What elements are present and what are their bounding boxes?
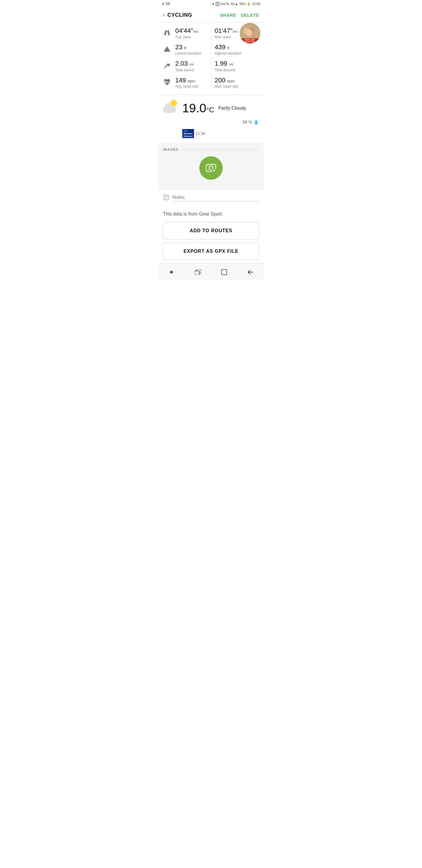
battery-level: 58%	[239, 2, 246, 6]
avatar: ENGLAND	[240, 23, 260, 43]
main-content: ENGLAND 04'44"/mi Avg. pace	[158, 23, 264, 263]
weather-time: 11:38	[196, 131, 205, 136]
status-do-not-disturb: ⊖	[162, 2, 165, 6]
status-left: ⊖ 58	[162, 2, 170, 6]
svg-point-3	[246, 29, 252, 36]
weather-humidity: 56 % 💧	[242, 119, 259, 125]
lowest-elev-text: 23 ft Lowest elevation	[175, 44, 201, 55]
stats-section: ENGLAND 04'44"/mi Avg. pace	[158, 23, 264, 93]
notes-input[interactable]	[172, 195, 259, 202]
weather-icon	[163, 100, 180, 116]
elevation-icon	[162, 44, 172, 54]
weather-temperature: 19.0°C	[182, 101, 214, 115]
max-pace-text: 01'47"/mi Max. pace	[215, 27, 238, 39]
battery-icon: 🔋	[247, 2, 251, 6]
total-descent-label: Total descent	[215, 68, 236, 72]
avg-pace-stat: 04'44"/mi Avg. pace	[158, 25, 211, 41]
max-pace-label: Max. pace	[215, 35, 238, 39]
avg-pace-label: Avg. pace	[175, 35, 198, 39]
total-descent-value: 1.99 mi	[215, 60, 236, 67]
svg-rect-23	[222, 270, 227, 275]
avg-pace-value: 04'44"/mi	[175, 27, 198, 34]
highest-elev-text: 439 ft Highest elevation	[215, 44, 242, 55]
images-label: IMAGES	[163, 148, 178, 152]
avg-pace-text: 04'44"/mi Avg. pace	[175, 27, 198, 39]
total-ascent-stat: 2.03 mi Total ascent	[158, 58, 211, 74]
notes-section	[158, 189, 264, 207]
total-ascent-text: 2.03 mi Total ascent	[175, 60, 194, 72]
avg-hr-stat: 149 bpm Avg. heart rate	[158, 74, 211, 91]
avg-hr-label: Avg. heart rate	[175, 85, 198, 89]
bluetooth-icon: ∗	[212, 2, 215, 6]
sun-icon	[170, 100, 177, 106]
clock: 22:06	[252, 2, 260, 6]
lowest-elev-value: 23 ft	[175, 44, 201, 51]
add-to-routes-button[interactable]: ADD TO ROUTES	[163, 222, 259, 240]
lowest-elev-stat: 23 ft Lowest elevation	[158, 41, 211, 58]
pace-stats-row: ENGLAND 04'44"/mi Avg. pace	[158, 25, 264, 41]
elevation-stats-row: 23 ft Lowest elevation 439 ft Highest el…	[158, 41, 264, 58]
volte-icon: VoLTE	[221, 2, 229, 6]
total-ascent-label: Total ascent	[175, 68, 194, 72]
avg-hr-text: 149 bpm Avg. heart rate	[175, 77, 198, 89]
add-image-button[interactable]	[199, 156, 223, 180]
back-button[interactable]: ‹	[163, 11, 165, 19]
svg-text:ENGLAND: ENGLAND	[245, 40, 255, 42]
avg-hr-value: 149 bpm	[175, 77, 198, 84]
highest-elev-value: 439 ft	[215, 44, 242, 51]
images-section: IMAGES	[158, 143, 264, 189]
delete-button[interactable]: DELETE	[241, 12, 259, 18]
max-hr-text: 200 bpm Max. heart rate	[215, 77, 238, 89]
header-actions: SHARE DELETE	[220, 12, 259, 18]
ascent-icon	[162, 60, 172, 71]
nfc-icon: N	[216, 2, 220, 6]
cloud-body	[163, 106, 176, 113]
status-bar: ⊖ 58 ∗ N VoLTE 4G▲ 58% 🔋 22:06	[158, 0, 264, 8]
total-descent-text: 1.99 mi Total descent	[215, 60, 236, 72]
recent-apps-button[interactable]	[191, 267, 205, 277]
status-right: ∗ N VoLTE 4G▲ 58% 🔋 22:06	[212, 2, 260, 6]
back-nav-button[interactable]	[243, 267, 258, 277]
share-button[interactable]: SHARE	[220, 12, 236, 18]
weather-temp-block: 19.0°C	[182, 102, 214, 114]
heart-rate-icon	[162, 77, 172, 87]
page-title: CYCLING	[167, 12, 192, 18]
weather-section: 19.0°C Partly Cloudy 56 % 💧 TheWeatherCh…	[158, 96, 264, 143]
highest-elev-stat: 439 ft Highest elevation	[211, 41, 264, 58]
bottom-navigation	[158, 263, 264, 281]
lowest-elev-label: Lowest elevation	[175, 51, 201, 55]
status-notification-count: 58	[166, 2, 170, 6]
images-header: IMAGES	[163, 148, 259, 152]
header-left: ‹ CYCLING	[163, 11, 192, 19]
export-gpx-button[interactable]: EXPORT AS GPX FILE	[163, 243, 259, 260]
section-divider	[158, 94, 264, 95]
page-header: ‹ CYCLING SHARE DELETE	[158, 8, 264, 23]
highest-elev-label: Highest elevation	[215, 51, 242, 55]
max-pace-value: 01'47"/mi	[215, 27, 238, 34]
ascent-stats-row: 2.03 mi Total ascent 1.99 mi Total desce…	[158, 58, 264, 74]
notes-icon	[163, 194, 169, 202]
road-icon	[162, 27, 172, 38]
max-hr-stat: 200 bpm Max. heart rate	[211, 74, 264, 91]
max-hr-value: 200 bpm	[215, 77, 238, 84]
svg-rect-22	[195, 271, 199, 275]
heart-rate-stats-row: 149 bpm Avg. heart rate 200 bpm Max. hea…	[158, 74, 264, 91]
svg-point-20	[170, 271, 173, 274]
overview-button[interactable]	[217, 267, 231, 277]
home-button[interactable]	[164, 267, 179, 277]
weather-description: Partly Cloudy	[218, 105, 246, 111]
max-hr-label: Max. heart rate	[215, 85, 238, 89]
water-drop-icon: 💧	[253, 119, 259, 125]
gear-sport-info: This data is from Gear Sport.	[158, 207, 264, 219]
total-ascent-value: 2.03 mi	[175, 60, 194, 67]
weather-meta: TheWeatherChannel 11:38	[163, 129, 259, 138]
weather-channel-badge: TheWeatherChannel	[182, 129, 194, 138]
signal-icon: 4G▲	[231, 2, 238, 6]
svg-marker-8	[164, 46, 170, 52]
total-descent-stat: 1.99 mi Total descent	[211, 58, 264, 74]
